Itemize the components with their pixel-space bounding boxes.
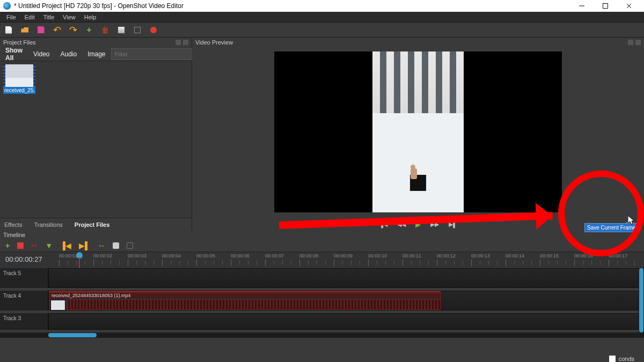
filter-image[interactable]: Image [82,48,111,61]
profiles-icon[interactable] [117,26,126,34]
jump-end-icon[interactable]: ▶▌ [449,221,457,228]
filter-input[interactable] [111,48,193,60]
app-icon [3,2,11,10]
filter-audio[interactable]: Audio [55,48,82,61]
timeline-settings-icon[interactable] [127,242,133,249]
open-project-icon[interactable] [20,26,29,34]
maximize-button[interactable] [594,0,617,12]
track-lane-3[interactable] [48,313,644,330]
zoom-box-icon[interactable] [609,356,616,362]
ruler-tick: 00:00:12 [437,253,456,258]
add-track-icon[interactable]: + [5,241,10,250]
title-text: * Untitled Project [HD 720p 30 fps] - Op… [14,2,184,10]
ruler-tick: 00:00:17 [609,253,627,258]
timeline-vertical-scrollbar[interactable] [639,268,644,333]
timeline-toolbar: + ✂ ▼ ▐◀ ▶▌ ↔ [0,239,644,252]
panel-close-icon[interactable] [183,40,188,45]
tab-project-files[interactable]: Project Files [72,219,112,230]
clip-thumbnail [50,300,65,311]
center-playhead-icon[interactable]: ↔ [98,241,105,250]
save-project-icon[interactable] [36,26,45,34]
ruler-tick: 00:00:06 [231,253,250,258]
timeline-view-icon[interactable] [113,242,119,249]
minimize-button[interactable] [570,0,594,12]
project-file-item[interactable]: received_25... [3,64,35,94]
jump-start-icon[interactable]: ▐◀ [379,221,387,228]
ruler-tick: 00:00:02 [93,253,112,258]
menu-file[interactable]: File [2,13,20,21]
redo-icon[interactable]: ↶ [69,26,77,34]
project-files-area[interactable]: received_25... [0,61,192,218]
ruler-tick: 00:00:14 [506,253,524,258]
snapping-icon[interactable] [17,242,24,249]
track-lane-5[interactable] [48,268,644,288]
ruler-tick: 00:00:13 [471,253,490,258]
titlebar: * Untitled Project [HD 720p 30 fps] - Op… [0,0,644,12]
playhead[interactable] [76,252,83,258]
track-lane-4[interactable]: received_252484533018053 (1).mp4 [48,291,644,311]
import-files-icon[interactable]: + [85,26,93,34]
track-header-3[interactable]: Track 3 [0,313,48,330]
ruler-tick: 00:00:15 [540,253,559,258]
track-header-5[interactable]: Track 5 [0,268,48,288]
choose-profile-icon[interactable]: 🗑 [101,26,109,34]
ruler-tick: 00:00:04 [162,253,181,258]
track-row: Track 5 [0,268,644,291]
project-files-header: Project Files [0,38,192,47]
svg-rect-1 [603,4,608,9]
ruler-tick: 00:00:09 [334,253,353,258]
file-label: received_25... [3,87,35,94]
track-row: Track 4 received_252484533018053 (1).mp4 [0,291,644,313]
razor-icon[interactable]: ✂ [31,241,38,250]
left-tabs: Effects Transitions Project Files [0,218,192,231]
mouse-cursor [628,216,635,225]
fullscreen-icon[interactable] [133,26,142,34]
track-header-4[interactable]: Track 4 [0,291,48,311]
add-marker-icon[interactable]: ▼ [45,241,53,250]
clip-title: received_252484533018053 (1).mp4 [49,292,440,299]
zoom-seconds: conds [609,356,634,362]
tracks-area: Track 5 Track 4 received_252484533018053… [0,268,644,338]
tab-effects[interactable]: Effects [2,219,24,230]
menu-title[interactable]: Title [39,13,58,21]
undo-icon[interactable]: ↶ [53,26,61,34]
export-video-icon[interactable] [149,26,158,34]
timeline-clip[interactable]: received_252484533018053 (1).mp4 [49,291,441,310]
main-toolbar: ↶ ↶ + 🗑 [0,23,644,38]
ruler-tick: 00:00:10 [368,253,387,258]
preview-panel: Video Preview ▐◀ ◀◀ ▶ ▶▶ ▶▌ [192,38,644,231]
timeline-label: Timeline [0,231,644,239]
panel-dock-icon[interactable] [175,40,181,45]
preview-header: Video Preview [192,38,644,47]
ruler-tick: 00:00:05 [196,253,215,258]
ruler-tick: 00:00:08 [299,253,318,258]
video-content [372,51,464,212]
filter-video[interactable]: Video [28,48,55,61]
ruler-tick: 00:00:01 [59,253,78,258]
ruler-tick: 00:00:03 [128,253,147,258]
timecode-display[interactable]: 00:00:00:27 [0,252,48,268]
project-files-panel: Project Files Show All Video Audio Image… [0,38,192,231]
file-thumbnail [3,64,35,87]
tab-transitions[interactable]: Transitions [32,219,64,230]
rewind-icon[interactable]: ◀◀ [397,221,406,228]
menu-view[interactable]: View [58,13,80,21]
previous-marker-icon[interactable]: ▐◀ [60,241,71,250]
timeline-horizontal-scrollbar[interactable] [0,333,644,338]
fast-forward-icon[interactable]: ▶▶ [430,221,439,228]
play-icon[interactable]: ▶ [415,220,421,228]
video-preview[interactable] [274,51,562,212]
next-marker-icon[interactable]: ▶▌ [79,241,90,250]
menu-help[interactable]: Help [80,13,101,21]
preview-dock-icon[interactable] [628,40,633,45]
track-row: Track 3 [0,313,644,333]
menu-edit[interactable]: Edit [20,13,39,21]
close-button[interactable] [617,0,641,12]
ruler-tick: 00:00:11 [402,253,421,258]
playback-controls: ▐◀ ◀◀ ▶ ▶▶ ▶▌ [192,218,644,231]
preview-close-icon[interactable] [635,40,641,45]
ruler-tick: 00:00:16 [574,253,593,258]
timeline-ruler[interactable]: 00:00:0100:00:0200:00:0300:00:0400:00:05… [48,252,644,268]
new-project-icon[interactable] [4,26,13,34]
menubar: File Edit Title View Help [0,12,644,23]
